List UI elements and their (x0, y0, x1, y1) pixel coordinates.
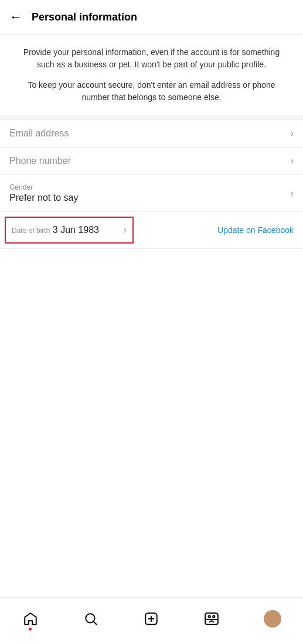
update-facebook-link[interactable]: Update on Facebook (208, 225, 303, 235)
svg-point-6 (208, 615, 210, 617)
dob-chevron-icon: › (124, 225, 127, 235)
add-icon (143, 611, 159, 627)
back-button[interactable]: ← (9, 8, 27, 26)
nav-reels[interactable] (203, 611, 220, 627)
description-area: Provide your personal information, even … (0, 35, 303, 120)
email-label: Email address (9, 128, 286, 139)
dob-value: 3 Jun 1983 (53, 225, 99, 235)
email-field-row[interactable]: Email address › (0, 120, 303, 148)
phone-content: Phone number (9, 156, 286, 166)
svg-line-1 (93, 621, 96, 624)
search-icon (83, 611, 99, 627)
svg-rect-5 (205, 613, 218, 625)
profile-avatar (264, 610, 281, 628)
security-description: To keep your account secure, don't enter… (18, 79, 285, 104)
header: ← Personal information (0, 0, 303, 35)
spacer (0, 423, 303, 598)
gender-chevron-icon: › (291, 188, 294, 198)
dob-label: Date of birth (12, 227, 50, 235)
nav-add[interactable] (143, 611, 159, 627)
bottom-nav (0, 597, 303, 644)
phone-field-row[interactable]: Phone number › (0, 148, 303, 175)
dob-field-row[interactable]: Date of birth 3 Jun 1983 › (5, 217, 134, 244)
svg-point-7 (213, 615, 215, 617)
home-icon (22, 611, 39, 627)
email-chevron-icon: › (291, 128, 294, 139)
home-notification-dot (29, 628, 32, 631)
fields-container: Email address › Phone number › Gender Pr… (0, 120, 303, 423)
dob-content: Date of birth 3 Jun 1983 (12, 225, 120, 235)
nav-profile[interactable] (264, 610, 281, 628)
reels-icon (203, 611, 220, 627)
gender-field-row[interactable]: Gender Prefer not to say › (0, 175, 303, 212)
page-title: Personal information (32, 11, 137, 23)
gender-content: Gender Prefer not to say (9, 183, 286, 203)
email-content: Email address (9, 128, 286, 139)
gender-value: Prefer not to say (9, 193, 286, 203)
nav-search[interactable] (83, 611, 99, 627)
gender-label: Gender (9, 183, 286, 191)
phone-chevron-icon: › (291, 156, 294, 166)
main-description: Provide your personal information, even … (18, 46, 285, 71)
phone-label: Phone number (9, 156, 286, 166)
dob-row-wrapper: Date of birth 3 Jun 1983 › Update on Fac… (0, 212, 303, 249)
nav-home[interactable] (22, 611, 39, 627)
